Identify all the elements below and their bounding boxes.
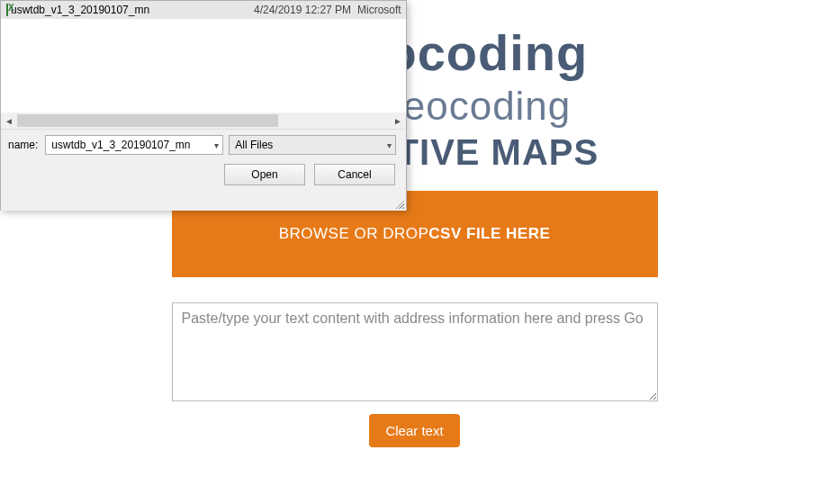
dropzone-prefix: BROWSE OR DROP	[279, 225, 429, 243]
file-open-dialog: uswtdb_v1_3_20190107_mn 4/24/2019 12:27 …	[0, 0, 407, 211]
dropzone-bold: CSV FILE HERE	[428, 225, 550, 243]
horizontal-scrollbar[interactable]: ◄ ►	[1, 112, 406, 129]
file-type: Microsoft	[357, 4, 401, 16]
scrollbar-track[interactable]	[17, 113, 390, 128]
clear-wrap: Clear text	[0, 414, 829, 447]
file-list[interactable]: uswtdb_v1_3_20190107_mn 4/24/2019 12:27 …	[1, 1, 406, 129]
dialog-bottom-bar: name: uswtdb_v1_3_20190107_mn ▾ All File…	[1, 129, 406, 211]
clear-text-button[interactable]: Clear text	[369, 414, 459, 447]
file-type-filter[interactable]: All Files ▾	[229, 135, 396, 155]
file-row[interactable]: uswtdb_v1_3_20190107_mn 4/24/2019 12:27 …	[1, 1, 406, 19]
filename-label: name:	[8, 139, 38, 151]
cancel-button[interactable]: Cancel	[314, 164, 395, 185]
scroll-left-icon[interactable]: ◄	[1, 112, 17, 129]
filename-input[interactable]: uswtdb_v1_3_20190107_mn ▾	[45, 135, 223, 155]
chevron-down-icon[interactable]: ▾	[387, 140, 392, 150]
scroll-right-icon[interactable]: ►	[390, 112, 406, 129]
file-date: 4/24/2019 12:27 PM	[254, 4, 357, 16]
address-textarea-wrap	[172, 302, 658, 405]
scrollbar-thumb[interactable]	[17, 114, 278, 127]
chevron-down-icon[interactable]: ▾	[214, 140, 219, 150]
address-textarea[interactable]	[172, 302, 658, 401]
resize-grip-icon[interactable]	[393, 198, 404, 209]
file-name: uswtdb_v1_3_20190107_mn	[11, 4, 254, 16]
filter-value: All Files	[235, 139, 273, 151]
filename-value: uswtdb_v1_3_20190107_mn	[51, 139, 190, 151]
open-button[interactable]: Open	[224, 164, 305, 185]
